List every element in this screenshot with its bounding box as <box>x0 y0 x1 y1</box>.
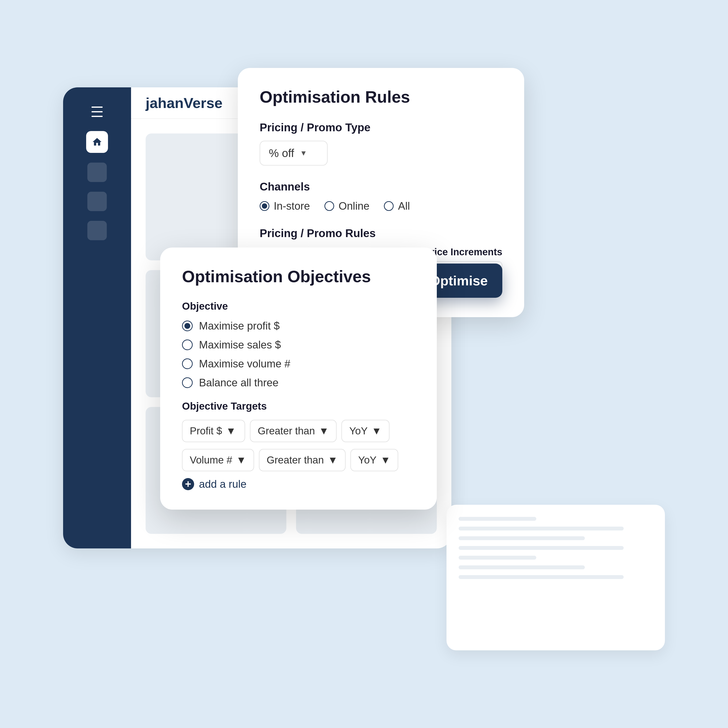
optimisation-objectives-card: Optimisation Objectives Objective Maximi… <box>160 248 437 509</box>
objective-maximise-profit[interactable]: Maximise profit $ <box>182 320 415 332</box>
bg-line-3 <box>459 536 585 540</box>
target-condition-1-value: Greater than <box>258 425 315 437</box>
target-condition-2-value: Greater than <box>267 454 324 466</box>
background-card <box>447 505 665 650</box>
objective-balance-all[interactable]: Balance all three <box>182 376 415 389</box>
chevron-down-icon-t1p: ▼ <box>372 425 382 437</box>
sidebar-nav-item-3[interactable] <box>87 221 107 240</box>
chevron-down-icon-t1c: ▼ <box>319 425 329 437</box>
target-field-1-value: Profit $ <box>190 425 222 437</box>
hamburger-menu[interactable] <box>87 102 107 121</box>
channel-online-radio[interactable] <box>324 201 334 211</box>
add-rule-label: add a rule <box>199 478 246 490</box>
channels-radio-group: In-store Online All <box>260 200 502 212</box>
pricing-promo-rules-label: Pricing / Promo Rules <box>260 226 502 240</box>
chevron-down-icon-t2f: ▼ <box>236 454 246 466</box>
bg-line-1 <box>459 517 536 521</box>
pricing-promo-type-value: % off <box>269 147 294 160</box>
target-period-2-value: YoY <box>358 454 376 466</box>
objective-radio-volume[interactable] <box>182 358 193 369</box>
bg-line-4 <box>459 546 624 550</box>
opt-rules-title: Optimisation Rules <box>260 87 502 106</box>
channel-instore-radio[interactable] <box>260 201 269 211</box>
target-row-1: Profit $ ▼ Greater than ▼ YoY ▼ <box>182 420 415 442</box>
sidebar-nav-item-1[interactable] <box>87 162 107 182</box>
channel-all-radio[interactable] <box>384 201 394 211</box>
targets-section-label: Objective Targets <box>182 401 415 412</box>
channels-label: Channels <box>260 180 502 193</box>
chevron-down-icon: ▼ <box>300 149 307 157</box>
add-rule-icon: + <box>182 478 194 490</box>
objective-label-balance: Balance all three <box>199 376 278 389</box>
target-field-1-select[interactable]: Profit $ ▼ <box>182 420 245 442</box>
channel-instore-label: In-store <box>274 200 310 212</box>
objective-maximise-sales[interactable]: Maximise sales $ <box>182 339 415 351</box>
bg-line-2 <box>459 526 624 531</box>
sidebar <box>63 87 131 548</box>
objective-label-profit: Maximise profit $ <box>199 320 280 332</box>
opt-obj-title: Optimisation Objectives <box>182 267 415 286</box>
channel-instore[interactable]: In-store <box>260 200 310 212</box>
home-icon <box>92 137 102 147</box>
channel-online[interactable]: Online <box>324 200 369 212</box>
objective-section-label: Objective <box>182 300 415 312</box>
objective-radio-profit[interactable] <box>182 321 193 331</box>
pricing-promo-type-select[interactable]: % off ▼ <box>260 141 327 165</box>
objective-radio-sales[interactable] <box>182 340 193 350</box>
chevron-down-icon-t1f: ▼ <box>226 425 236 437</box>
target-condition-1-select[interactable]: Greater than ▼ <box>250 420 336 442</box>
objective-label-volume: Maximise volume # <box>199 358 291 370</box>
sidebar-home-button[interactable] <box>86 131 108 153</box>
sidebar-nav-item-2[interactable] <box>87 192 107 211</box>
chevron-down-icon-t2p: ▼ <box>381 454 391 466</box>
target-period-1-value: YoY <box>349 425 368 437</box>
objective-label-sales: Maximise sales $ <box>199 339 281 351</box>
channel-all[interactable]: All <box>384 200 410 212</box>
bg-line-5 <box>459 556 536 560</box>
objective-maximise-volume[interactable]: Maximise volume # <box>182 358 415 370</box>
pricing-promo-type-label: Pricing / Promo Type <box>260 121 502 134</box>
add-rule-row[interactable]: + add a rule <box>182 478 415 490</box>
objective-radio-balance[interactable] <box>182 377 193 388</box>
channel-all-label: All <box>398 200 410 212</box>
target-field-2-select[interactable]: Volume # ▼ <box>182 449 254 471</box>
chevron-down-icon-t2c: ▼ <box>328 454 338 466</box>
channel-online-label: Online <box>338 200 369 212</box>
app-logo: jahanVerse <box>145 95 223 112</box>
bg-line-7 <box>459 575 624 579</box>
target-period-2-select[interactable]: YoY ▼ <box>350 449 398 471</box>
target-condition-2-select[interactable]: Greater than ▼ <box>259 449 346 471</box>
target-row-2: Volume # ▼ Greater than ▼ YoY ▼ <box>182 449 415 471</box>
target-period-1-select[interactable]: YoY ▼ <box>341 420 389 442</box>
target-field-2-value: Volume # <box>190 454 232 466</box>
bg-line-6 <box>459 566 585 569</box>
